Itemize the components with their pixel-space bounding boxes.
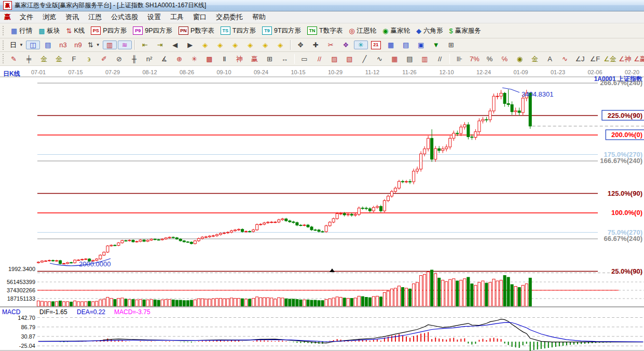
circle-cross-button[interactable]: ⊕: [172, 55, 186, 63]
gann-wheel-button[interactable]: ◎江恩轮: [346, 25, 379, 36]
n-square-button[interactable]: n²: [142, 55, 156, 63]
gann-narrow-button[interactable]: ◈: [228, 40, 242, 49]
black-table-button[interactable]: ▤: [403, 55, 417, 63]
trend-line-button[interactable]: ╱: [358, 55, 372, 63]
jump-last-button[interactable]: ⇥: [153, 40, 167, 49]
jump-first-button[interactable]: ⇤: [138, 40, 152, 49]
crosshair-button[interactable]: ✚: [309, 40, 323, 49]
period-day-button[interactable]: 日▼: [8, 40, 25, 49]
measure-button[interactable]: ✂: [324, 40, 338, 49]
winner-service-button[interactable]: $赢家服务: [446, 25, 484, 36]
pan-hand-button[interactable]: ✥: [294, 40, 308, 49]
menu-item-file[interactable]: 文件: [15, 11, 38, 23]
p-square-label: P四方形: [103, 26, 127, 35]
gann-stretch-button[interactable]: ◈: [273, 40, 287, 49]
gold-grid-button[interactable]: 金: [37, 55, 51, 63]
star-web-button[interactable]: ✳: [187, 55, 201, 63]
menu-item-help[interactable]: 帮助: [248, 11, 270, 23]
angle-j-button[interactable]: ∠J: [573, 55, 587, 63]
angle-f-button[interactable]: ∠F: [588, 55, 602, 63]
gold-level-button[interactable]: 金: [528, 55, 542, 63]
spiral-button[interactable]: ϶: [82, 55, 96, 63]
price-volume-dist-icon: ≋: [122, 42, 128, 48]
menu-item-browse[interactable]: 浏览: [38, 11, 61, 23]
info-panel-button[interactable]: ▤: [41, 40, 55, 49]
gold-egg-button[interactable]: ◉: [513, 55, 527, 63]
9p-square-button[interactable]: P99P四方形: [130, 25, 175, 36]
p-square-button[interactable]: PSP四方形: [88, 25, 130, 36]
price-volume-dist-button[interactable]: ≋: [118, 40, 132, 49]
menu-item-window[interactable]: 窗口: [188, 11, 211, 23]
web-export-button[interactable]: ▼: [429, 40, 443, 49]
print-button[interactable]: ⊞: [444, 40, 458, 49]
kline-button[interactable]: ⇅K线: [63, 25, 88, 36]
brush-button[interactable]: ✎: [7, 55, 21, 63]
dense-grid-button[interactable]: ╫: [127, 55, 141, 63]
macd-dea-value: DEA=0.22: [77, 308, 105, 316]
red-table-button[interactable]: ▦: [388, 55, 402, 63]
menu-item-formula-stock-pick[interactable]: 公式选股: [106, 11, 143, 23]
shen-grid-button[interactable]: 神: [232, 55, 246, 63]
menu-item-news[interactable]: 资讯: [61, 11, 84, 23]
brush-icon: ✎: [11, 56, 17, 62]
rect-tool-button[interactable]: ▭: [297, 55, 311, 63]
macd-axis-label: 86.79: [21, 324, 35, 330]
percent-button[interactable]: %: [483, 55, 497, 63]
angle-ying-button[interactable]: ∠赢: [633, 55, 644, 63]
notepad-button[interactable]: ▤: [399, 40, 413, 49]
quotes-button[interactable]: ▦行情: [8, 25, 35, 36]
angle-mark-button[interactable]: ∡: [157, 55, 171, 63]
mini-bars-9-button[interactable]: n9: [71, 40, 85, 49]
spider-web-button[interactable]: ▩: [202, 55, 216, 63]
wave-line-button[interactable]: ∿: [373, 55, 387, 63]
winner-wheel-button[interactable]: ◉赢家轮: [379, 25, 413, 36]
p-number-table-button[interactable]: PNP数字表: [175, 25, 217, 36]
candle-type-button[interactable]: ⇅▼: [86, 40, 102, 49]
calendar-21-button[interactable]: 21: [369, 40, 383, 50]
wave-a-button[interactable]: ∿: [558, 55, 572, 63]
seal-button[interactable]: ❖: [339, 40, 353, 49]
hexagon-button[interactable]: ◆六角形: [413, 25, 446, 36]
calculator-button[interactable]: ▦: [384, 40, 398, 49]
ying-grid-button[interactable]: 赢: [248, 55, 262, 63]
pct-7-button[interactable]: 7%: [468, 55, 482, 63]
save-button[interactable]: ▣: [414, 40, 428, 49]
smart-brain-button[interactable]: ✳: [354, 40, 368, 49]
scale-ruler-button[interactable]: ⊪: [453, 55, 467, 63]
page-back-button[interactable]: ◀: [168, 40, 182, 49]
trend-window-button[interactable]: ◫: [26, 40, 40, 49]
slash-set-button[interactable]: //: [433, 55, 447, 63]
menu-item-settings[interactable]: 设置: [143, 11, 166, 23]
brush-a-button[interactable]: A: [543, 55, 557, 63]
box-fan-button[interactable]: ▧: [342, 55, 357, 63]
t-number-table-button[interactable]: TNT数字表: [304, 25, 346, 36]
angle-gold-button[interactable]: ∠金: [603, 55, 617, 63]
page-forward-button[interactable]: ▶: [183, 40, 197, 49]
kline-panel-button[interactable]: ▥: [103, 40, 117, 49]
red-brush-button[interactable]: ✐: [97, 55, 111, 63]
percent-line-button[interactable]: ℅: [498, 55, 512, 63]
pillar-button[interactable]: Ⅱ: [217, 55, 231, 63]
gann-shrink-button[interactable]: ◈: [258, 40, 272, 49]
grid-tool-button[interactable]: ╪: [22, 55, 36, 63]
fan-lines-button[interactable]: //: [312, 55, 326, 63]
gold-grid-2-button[interactable]: 金: [52, 55, 66, 63]
angle-shen-button[interactable]: ∠神: [618, 55, 632, 63]
square-fan-button[interactable]: ▨: [327, 55, 341, 63]
chart-area[interactable]: 07-0107-1507-2908-1208-2609-1009-2410-15…: [0, 66, 644, 351]
menu-item-tools[interactable]: 工具: [166, 11, 188, 23]
9t-square-button[interactable]: T99T四方形: [259, 25, 304, 36]
t-square-button[interactable]: TST四方形: [217, 25, 259, 36]
mini-bars-3-button[interactable]: n3: [56, 40, 70, 49]
gann-move-right-button[interactable]: ◈: [213, 40, 227, 49]
menu-item-gann[interactable]: 江恩: [84, 11, 106, 23]
circle-grid-button[interactable]: ⊘: [112, 55, 126, 63]
f-grid-button[interactable]: F: [67, 55, 81, 63]
sectors-button[interactable]: ▩板块: [35, 25, 63, 36]
gann-move-left-button[interactable]: ◈: [198, 40, 212, 49]
menu-item-trade-order[interactable]: 交易委托: [211, 11, 248, 23]
red-table-2-button[interactable]: ▥: [418, 55, 432, 63]
gann-widen-button[interactable]: ◈: [243, 40, 257, 49]
span-measure-button[interactable]: ↔: [278, 55, 292, 63]
number-grid-button[interactable]: ⊞: [263, 55, 277, 63]
